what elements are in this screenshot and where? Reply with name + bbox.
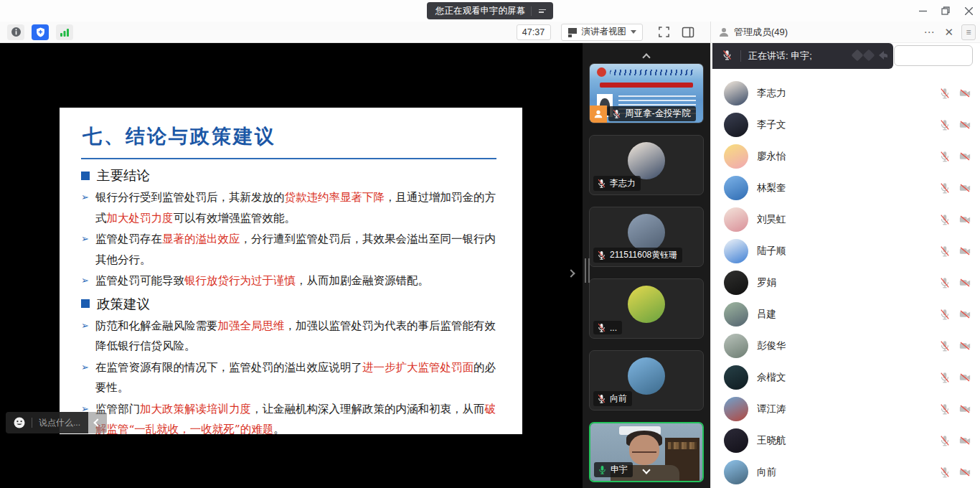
member-row[interactable]: 谭江涛 <box>711 393 980 425</box>
avatar <box>724 144 748 169</box>
member-name: 廖永怡 <box>757 150 930 163</box>
screen-share-banner: 您正在观看申宇的屏幕 <box>427 2 553 19</box>
camera-muted-icon[interactable] <box>958 339 971 352</box>
video-tile[interactable]: 李志力 <box>589 135 704 195</box>
mic-muted-icon[interactable] <box>938 213 951 226</box>
bullet-text-segment: 贷款违约率显著下降 <box>284 191 385 204</box>
mic-muted-icon[interactable] <box>938 339 951 352</box>
share-options-menu-icon[interactable] <box>537 8 547 14</box>
emoji-icon[interactable] <box>14 417 25 428</box>
camera-muted-icon[interactable] <box>958 182 971 194</box>
mic-muted-icon[interactable] <box>938 371 951 384</box>
mic-muted-icon[interactable] <box>938 118 951 131</box>
meeting-info-icon[interactable] <box>7 24 24 40</box>
camera-muted-icon[interactable] <box>958 150 971 163</box>
avatar <box>724 271 748 295</box>
avatar <box>628 214 665 251</box>
member-row[interactable]: 林梨奎 <box>711 172 980 204</box>
video-tile[interactable]: 申宇 <box>589 422 704 482</box>
member-row[interactable]: 罗娟 <box>711 267 980 299</box>
meeting-window: 您正在观看申宇的屏幕 47:37 <box>0 0 980 488</box>
member-row[interactable]: 陆子顺 <box>711 235 980 267</box>
camera-muted-icon[interactable] <box>958 276 971 289</box>
more-options-icon[interactable]: ⋯ <box>918 27 939 37</box>
avatar <box>724 81 748 105</box>
camera-muted-icon[interactable] <box>958 403 971 416</box>
camera-muted-icon[interactable] <box>958 87 971 100</box>
camera-muted-icon[interactable] <box>958 245 971 258</box>
camera-muted-icon[interactable] <box>958 434 971 447</box>
member-row[interactable]: 王晓航 <box>711 425 980 456</box>
person-glasses <box>632 448 656 453</box>
mic-muted-icon[interactable] <box>938 87 951 100</box>
member-row[interactable]: 向前 <box>711 456 980 488</box>
meeting-toolbar: 47:37 演讲者视图 <box>0 22 710 43</box>
close-window-button[interactable] <box>957 0 980 22</box>
slide-bullet: ➢ 银行分行受到监管处罚后，其新发放的贷款违约率显著下降，且通过增加罚金的方式加… <box>81 187 498 228</box>
member-controls <box>938 245 971 258</box>
arrow-bullet-icon: ➢ <box>81 229 89 270</box>
mic-muted-icon[interactable] <box>938 182 951 194</box>
poster-title-line <box>600 83 693 88</box>
member-row[interactable]: 吕建 <box>711 299 980 330</box>
camera-muted-icon[interactable] <box>958 213 971 226</box>
member-row[interactable]: 李子文 <box>711 109 980 141</box>
chat-collapse-button[interactable] <box>88 412 107 433</box>
strip-drag-handle[interactable] <box>585 258 590 283</box>
search-input[interactable] <box>894 45 973 66</box>
member-controls <box>938 339 971 352</box>
panel-hamburger-button[interactable]: ≡ <box>961 24 976 40</box>
video-tile[interactable]: 周亚拿-金投学院 <box>589 63 704 123</box>
camera-muted-icon[interactable] <box>958 118 971 131</box>
mic-muted-icon[interactable] <box>938 434 951 447</box>
member-name: 向前 <box>757 466 930 479</box>
chevron-down-icon[interactable] <box>638 461 655 478</box>
strip-toggle-chevron[interactable] <box>564 264 578 283</box>
side-panel-icon[interactable] <box>679 24 697 41</box>
bullet-text-segment: 加大处罚力度 <box>106 212 173 225</box>
chat-input-area[interactable]: 说点什么... <box>6 412 88 433</box>
slide-bullet: ➢ 防范和化解金融风险需要加强全局思维，加强以监管处罚为代表的事后监管能有效降低… <box>81 316 498 357</box>
mic-muted-icon[interactable] <box>938 403 951 416</box>
close-panel-icon[interactable]: ✕ <box>939 27 958 37</box>
member-row[interactable]: 廖永怡 <box>711 141 980 172</box>
member-row[interactable]: 李志力 <box>711 78 980 109</box>
network-signal-icon[interactable] <box>56 24 73 40</box>
arrow-bullet-icon: ➢ <box>81 187 89 228</box>
avatar <box>724 365 748 390</box>
member-name: 林梨奎 <box>757 182 930 194</box>
video-tile[interactable]: 211511608黄钰珊 <box>589 207 704 267</box>
member-controls <box>938 118 971 131</box>
mic-muted-icon[interactable] <box>938 466 951 479</box>
mic-muted-icon[interactable] <box>938 245 951 258</box>
mic-muted-icon <box>596 322 607 333</box>
member-name: 彭俊华 <box>757 339 930 352</box>
view-mode-button[interactable]: 演讲者视图 <box>561 24 644 41</box>
mic-muted-icon[interactable] <box>938 276 951 289</box>
camera-muted-icon[interactable] <box>958 371 971 384</box>
bullet-text-segment: 银行放贷行为过于谨慎 <box>184 274 296 287</box>
member-row[interactable]: 彭俊华 <box>711 330 980 362</box>
video-tile[interactable]: 向前 <box>589 350 704 410</box>
minimize-button[interactable] <box>911 0 934 22</box>
video-tile[interactable]: ... <box>589 278 704 339</box>
bullet-text: 监管处罚存在显著的溢出效应，分行遭到监管处罚后，其效果会溢出至同一银行内其他分行… <box>95 229 498 270</box>
member-name: 刘昊虹 <box>757 213 930 226</box>
bullet-text-segment: 显著的溢出效应 <box>162 233 240 245</box>
member-panel: 正在讲话: 申宇; 李志力 李子文 <box>710 43 980 488</box>
member-name: 李子文 <box>757 118 930 131</box>
mic-muted-icon <box>596 178 607 189</box>
fullscreen-icon[interactable] <box>654 24 673 41</box>
avatar <box>724 239 748 263</box>
tile-name-chip: 李志力 <box>593 176 641 191</box>
member-row[interactable]: 佘楷文 <box>711 362 980 393</box>
security-shield-icon[interactable] <box>32 24 49 40</box>
mic-muted-icon <box>596 250 607 261</box>
mic-muted-icon[interactable] <box>938 150 951 163</box>
camera-muted-icon[interactable] <box>958 308 971 321</box>
restore-button[interactable] <box>934 0 957 22</box>
camera-muted-icon[interactable] <box>958 466 971 479</box>
member-name: 陆子顺 <box>757 245 930 258</box>
mic-muted-icon[interactable] <box>938 308 951 321</box>
member-row[interactable]: 刘昊虹 <box>711 204 980 235</box>
